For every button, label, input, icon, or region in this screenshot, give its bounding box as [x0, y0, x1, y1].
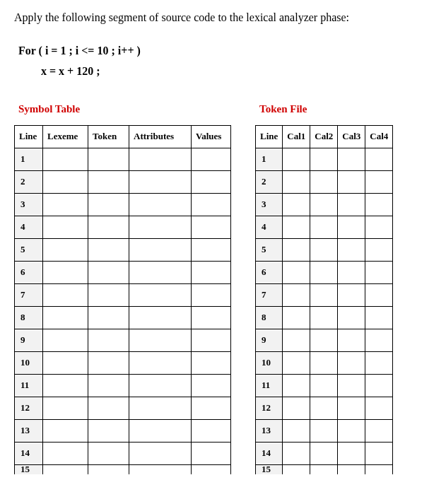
token-file-cell — [338, 374, 365, 397]
token-file-body: 123456789101112131415 — [256, 148, 393, 474]
symbol-table-line-cell: 7 — [15, 283, 43, 306]
token-file-row: 5 — [256, 238, 393, 261]
token-file-cell — [310, 238, 338, 261]
symbol-table-row: 1 — [15, 148, 231, 170]
token-file-cell — [310, 148, 338, 170]
symbol-table-line-cell: 13 — [15, 419, 43, 442]
symbol-table-cell — [88, 238, 129, 261]
token-file-cell — [310, 442, 338, 464]
symbol-table-line-cell: 1 — [15, 148, 43, 170]
token-file-line-cell: 15 — [256, 464, 283, 474]
symbol-table-cell — [88, 148, 129, 170]
token-file-cell — [338, 419, 365, 442]
symbol-table-line-cell: 12 — [15, 397, 43, 419]
symbol-table-cell — [192, 351, 231, 374]
symbol-table-row: 15 — [15, 464, 231, 474]
token-file-cell — [338, 148, 365, 170]
token-file-line-cell: 12 — [256, 397, 283, 419]
token-file-cell — [283, 148, 310, 170]
token-file-row: 7 — [256, 283, 393, 306]
token-file-row: 11 — [256, 374, 393, 397]
symbol-table-line-cell: 14 — [15, 442, 43, 464]
token-file-cell — [365, 283, 393, 306]
token-file-cell — [283, 464, 310, 474]
token-file-row: 6 — [256, 261, 393, 283]
token-file-cell — [365, 351, 393, 374]
token-file-cell — [338, 170, 365, 193]
token-file-cell — [310, 397, 338, 419]
symbol-table-cell — [43, 283, 88, 306]
token-file-row: 8 — [256, 306, 393, 329]
tf-header-cal2: Cal2 — [310, 125, 338, 148]
symbol-table-cell — [43, 261, 88, 283]
token-file-cell — [310, 306, 338, 329]
symbol-table-cell — [88, 306, 129, 329]
tf-header-cal4: Cal4 — [365, 125, 393, 148]
symbol-table-line-cell: 15 — [15, 464, 43, 474]
token-file-cell — [283, 442, 310, 464]
token-file-cell — [283, 193, 310, 216]
symbol-table-cell — [192, 238, 231, 261]
token-file-cell — [365, 170, 393, 193]
symbol-table-row: 4 — [15, 216, 231, 238]
token-file-cell — [310, 283, 338, 306]
tf-header-line: Line — [256, 125, 283, 148]
symbol-table-cell — [129, 283, 192, 306]
symbol-table-cell — [192, 397, 231, 419]
symbol-table-cell — [129, 148, 192, 170]
token-file-cell — [283, 397, 310, 419]
token-file-cell — [365, 216, 393, 238]
symbol-table-cell — [129, 170, 192, 193]
symbol-table-cell — [88, 193, 129, 216]
symbol-table-row: 10 — [15, 351, 231, 374]
symbol-table-cell — [88, 283, 129, 306]
token-file-line-cell: 9 — [256, 329, 283, 351]
token-file-line-cell: 8 — [256, 306, 283, 329]
symbol-table-row: 9 — [15, 329, 231, 351]
token-file-row: 3 — [256, 193, 393, 216]
symbol-table-cell — [43, 464, 88, 474]
token-file-row: 15 — [256, 464, 393, 474]
token-file-cell — [310, 374, 338, 397]
token-file-cell — [338, 216, 365, 238]
intro-text: Apply the following segment of source co… — [14, 10, 432, 25]
token-file-cell — [365, 464, 393, 474]
token-file-cell — [338, 464, 365, 474]
token-file-cell — [365, 374, 393, 397]
token-file-cell — [365, 193, 393, 216]
token-file-cell — [365, 419, 393, 442]
symbol-table-cell — [129, 464, 192, 474]
symbol-table-body: 123456789101112131415 — [15, 148, 231, 474]
token-file-row: 4 — [256, 216, 393, 238]
symbol-table-cell — [129, 306, 192, 329]
symbol-table-line-cell: 8 — [15, 306, 43, 329]
token-file-line-cell: 1 — [256, 148, 283, 170]
token-file-cell — [283, 419, 310, 442]
token-file-cell — [310, 216, 338, 238]
symbol-table-cell — [43, 170, 88, 193]
token-file-container: Token File Line Cal1 Cal2 Cal3 Cal4 1234… — [255, 103, 393, 475]
token-file-line-cell: 4 — [256, 216, 283, 238]
symbol-table-row: 12 — [15, 397, 231, 419]
symbol-table-cell — [43, 329, 88, 351]
symbol-table-row: 8 — [15, 306, 231, 329]
st-header-lexeme: Lexeme — [43, 125, 88, 148]
symbol-table-cell — [129, 419, 192, 442]
symbol-table-cell — [192, 329, 231, 351]
token-file-cell — [283, 170, 310, 193]
symbol-table-row: 2 — [15, 170, 231, 193]
token-file-cell — [365, 261, 393, 283]
symbol-table: Line Lexeme Token Attributes Values 1234… — [14, 125, 231, 475]
symbol-table-cell — [129, 374, 192, 397]
symbol-table-cell — [43, 397, 88, 419]
token-file-cell — [365, 238, 393, 261]
symbol-table-cell — [129, 397, 192, 419]
symbol-table-cell — [43, 148, 88, 170]
symbol-table-cell — [43, 216, 88, 238]
st-header-values: Values — [192, 125, 231, 148]
source-code-block: For ( i = 1 ; i <= 10 ; i++ ) x = x + 12… — [18, 41, 432, 82]
token-file-cell — [310, 261, 338, 283]
symbol-table-cell — [192, 216, 231, 238]
token-file-cell — [283, 261, 310, 283]
tf-header-cal3: Cal3 — [338, 125, 365, 148]
